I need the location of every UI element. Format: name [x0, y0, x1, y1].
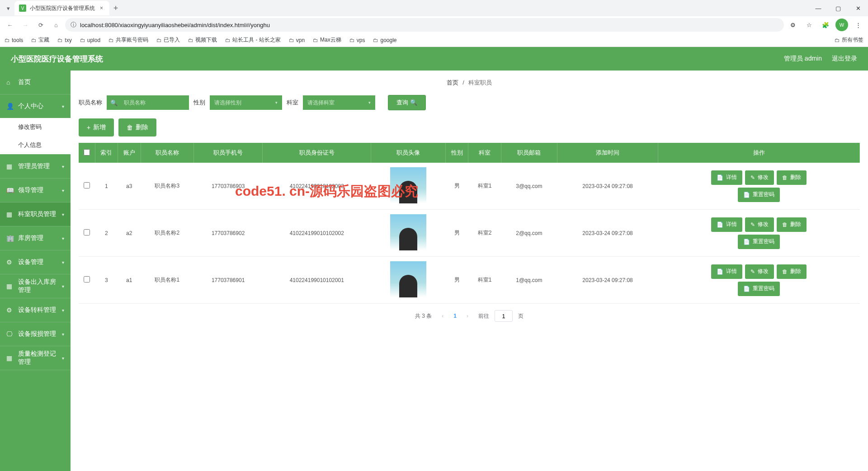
- select-all-checkbox[interactable]: [84, 149, 90, 155]
- row-reset-button[interactable]: 📄重置密码: [738, 188, 780, 202]
- col-header: 添加时间: [557, 143, 658, 163]
- url-text: localhost:8080/xiaoxingyiyuanyiliaoshebe…: [80, 22, 270, 28]
- row-checkbox[interactable]: [84, 182, 90, 188]
- doc-icon: 📄: [717, 174, 723, 181]
- goto-page-input[interactable]: [495, 310, 513, 322]
- bookmark-item[interactable]: 🗀uplod: [80, 36, 100, 44]
- row-delete-button[interactable]: 🗑删除: [777, 264, 807, 279]
- favicon-icon: V: [19, 5, 26, 12]
- page-number[interactable]: 1: [453, 313, 457, 319]
- cell-acct: a3: [118, 163, 141, 210]
- delete-button[interactable]: 🗑删除: [118, 118, 156, 137]
- bookmark-item[interactable]: 🗀vps: [349, 36, 365, 44]
- bookmark-item[interactable]: 🗀视频下载: [188, 36, 217, 44]
- folder-icon: 🗀: [373, 37, 378, 43]
- folder-icon: 🗀: [108, 37, 114, 43]
- sidebar-item-transfer[interactable]: ⚙设备转科管理▾: [0, 298, 71, 322]
- breadcrumb: 首页 / 科室职员: [79, 71, 860, 95]
- cell-gender: 男: [445, 163, 468, 210]
- avatar-image: [390, 214, 426, 250]
- row-checkbox[interactable]: [84, 229, 90, 236]
- minimize-icon[interactable]: —: [808, 0, 828, 16]
- row-checkbox[interactable]: [84, 276, 90, 283]
- app-title: 小型医院医疗设备管理系统: [11, 54, 103, 64]
- back-icon[interactable]: ←: [4, 19, 16, 31]
- name-input[interactable]: [120, 96, 188, 109]
- user-label[interactable]: 管理员 admin: [784, 55, 822, 63]
- prev-page-icon[interactable]: ‹: [437, 311, 448, 321]
- doc-icon: 📄: [743, 192, 750, 198]
- sidebar-item-leader[interactable]: 📖领导管理▾: [0, 179, 71, 202]
- tab-search-icon[interactable]: ▾: [4, 5, 13, 12]
- app-header: 小型医院医疗设备管理系统 管理员 admin 退出登录: [0, 47, 868, 71]
- maximize-icon[interactable]: ▢: [828, 0, 848, 16]
- next-page-icon[interactable]: ›: [462, 311, 473, 321]
- row-detail-button[interactable]: 📄详情: [711, 217, 742, 232]
- sidebar-item-inout[interactable]: ▦设备出入库房管理▾: [0, 274, 71, 298]
- bookmark-item[interactable]: 🗀Max云梯: [313, 36, 341, 44]
- close-window-icon[interactable]: ✕: [848, 0, 868, 16]
- tab-title: 小型医院医疗设备管理系统: [30, 5, 98, 12]
- kebab-menu-icon[interactable]: ⋮: [852, 19, 864, 31]
- bookmark-item[interactable]: 🗀txy: [57, 36, 71, 44]
- trash-icon: 🗑: [127, 124, 133, 131]
- add-button[interactable]: +新增: [79, 118, 114, 137]
- row-detail-button[interactable]: 📄详情: [711, 264, 742, 279]
- sidebar-item-dept-staff[interactable]: ▦科室职员管理▾: [0, 203, 71, 226]
- row-reset-button[interactable]: 📄重置密码: [738, 282, 780, 296]
- site-info-icon[interactable]: ⓘ: [71, 21, 76, 29]
- translate-icon[interactable]: ⚙: [787, 19, 799, 31]
- chevron-down-icon: ▾: [275, 100, 278, 105]
- row-delete-button[interactable]: 🗑删除: [777, 170, 807, 185]
- bookmark-item[interactable]: 🗀google: [373, 36, 396, 44]
- profile-avatar[interactable]: W: [835, 19, 848, 31]
- sidebar-item-device[interactable]: ⚙设备管理▾: [0, 250, 71, 274]
- row-reset-button[interactable]: 📄重置密码: [738, 235, 780, 249]
- dept-select[interactable]: 请选择科室 ▾: [303, 95, 375, 110]
- url-input[interactable]: ⓘ localhost:8080/xiaoxingyiyuanyiliaoshe…: [65, 18, 784, 32]
- row-delete-button[interactable]: 🗑删除: [777, 217, 807, 232]
- cell-idcard: 410224199010102002: [263, 210, 371, 257]
- breadcrumb-home[interactable]: 首页: [447, 79, 458, 86]
- sidebar-item-admin[interactable]: ▦管理员管理▾: [0, 155, 71, 178]
- bookmark-item[interactable]: 🗀vpn: [289, 36, 305, 44]
- bookmark-item[interactable]: 🗀共享账号密码: [108, 36, 148, 44]
- bookmark-item[interactable]: 🗀已导入: [156, 36, 180, 44]
- new-tab-button[interactable]: +: [109, 4, 122, 13]
- reload-icon[interactable]: ⟳: [34, 19, 47, 31]
- sidebar-item-damage[interactable]: 🖵设备报损管理▾: [0, 322, 71, 346]
- sidebar-item-quality[interactable]: ▦质量检测登记管理▾: [0, 346, 71, 370]
- search-button[interactable]: 查询 🔍: [388, 95, 426, 110]
- tab-close-icon[interactable]: ×: [98, 5, 105, 11]
- chevron-down-icon: ▾: [62, 188, 64, 193]
- avatar-image: [390, 261, 426, 297]
- sidebar-item-home[interactable]: ⌂首页: [0, 71, 71, 94]
- cell-dept: 科室1: [468, 257, 501, 304]
- bookmark-item[interactable]: 🗀tools: [5, 36, 23, 44]
- sidebar-item-storeroom[interactable]: 🏢库房管理▾: [0, 226, 71, 250]
- extensions-icon[interactable]: 🧩: [819, 19, 832, 31]
- logout-button[interactable]: 退出登录: [832, 55, 857, 63]
- col-header: 职员邮箱: [501, 143, 557, 163]
- all-bookmarks[interactable]: 🗀所有书签: [835, 36, 863, 44]
- sidebar-item-personal[interactable]: 👤个人中心▾: [0, 94, 71, 118]
- row-detail-button[interactable]: 📄详情: [711, 170, 742, 185]
- row-edit-button[interactable]: ✎修改: [745, 217, 774, 232]
- gender-select[interactable]: 请选择性别 ▾: [210, 95, 282, 110]
- browser-tab[interactable]: V 小型医院医疗设备管理系统 ×: [14, 1, 109, 15]
- sidebar-sub-changepw[interactable]: 修改密码: [0, 118, 71, 136]
- home-icon[interactable]: ⌂: [50, 19, 62, 31]
- building-icon: 🏢: [6, 235, 14, 242]
- cell-acct: a1: [118, 257, 141, 304]
- row-edit-button[interactable]: ✎修改: [745, 264, 774, 279]
- forward-icon[interactable]: →: [19, 19, 32, 31]
- gear-icon: ⚙: [6, 259, 14, 266]
- bookmark-item[interactable]: 🗀宝藏: [31, 36, 49, 44]
- row-edit-button[interactable]: ✎修改: [745, 170, 774, 185]
- bookmark-item[interactable]: 🗀站长工具 - 站长之家: [225, 36, 281, 44]
- bookmark-star-icon[interactable]: ☆: [803, 19, 816, 31]
- doc-icon: 📄: [717, 221, 723, 228]
- search-icon: 🔍: [410, 99, 417, 106]
- user-icon: 👤: [6, 103, 14, 110]
- sidebar-sub-profile[interactable]: 个人信息: [0, 136, 71, 154]
